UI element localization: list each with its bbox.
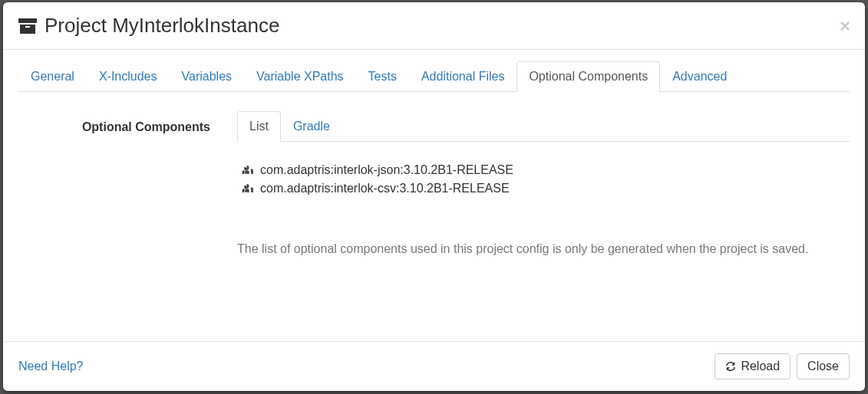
tab-advanced-label: Advanced	[660, 61, 739, 92]
close-icon[interactable]: ×	[837, 17, 853, 35]
component-list: com.adaptris:interlok-json:3.10.2B1-RELE…	[237, 142, 850, 198]
tab-content: Optional Components List Gradle com.adap…	[18, 92, 850, 258]
close-button[interactable]: Close	[797, 353, 850, 379]
close-button-label: Close	[807, 360, 839, 373]
sub-tab-gradle-label: Gradle	[281, 111, 342, 142]
footer-buttons: Reload Close	[715, 353, 850, 379]
sub-tabs: List Gradle	[237, 111, 850, 142]
tab-optional-components-label: Optional Components	[517, 61, 660, 92]
tab-optional-components[interactable]: Optional Components	[517, 61, 660, 92]
need-help-link[interactable]: Need Help?	[18, 360, 84, 373]
tab-additional-files-label: Additional Files	[409, 61, 517, 92]
section-body: List Gradle com.adaptris:interlok-json:3…	[237, 111, 850, 258]
tab-advanced[interactable]: Advanced	[660, 61, 739, 92]
tab-general-label: General	[18, 61, 87, 92]
tab-tests[interactable]: Tests	[356, 61, 409, 92]
tab-x-includes-label: X-Includes	[87, 61, 170, 92]
modal-footer: Need Help? Reload Close	[3, 341, 865, 391]
sub-tab-list[interactable]: List	[237, 111, 281, 142]
cubes-icon	[241, 165, 254, 176]
tab-variable-xpaths[interactable]: Variable XPaths	[244, 61, 356, 92]
tab-general[interactable]: General	[18, 61, 87, 92]
cubes-icon	[241, 183, 254, 194]
modal-body: General X-Includes Variables Variable XP…	[3, 50, 865, 341]
tab-additional-files[interactable]: Additional Files	[409, 61, 517, 92]
note-text: The list of optional components used in …	[237, 240, 850, 258]
component-text: com.adaptris:interlok-json:3.10.2B1-RELE…	[260, 161, 513, 179]
archive-icon	[18, 18, 37, 34]
modal-title: Project MyInterlokInstance	[18, 14, 279, 38]
tab-x-includes[interactable]: X-Includes	[87, 61, 170, 92]
sub-tab-gradle[interactable]: Gradle	[281, 111, 342, 142]
reload-button[interactable]: Reload	[715, 353, 790, 379]
section-heading: Optional Components	[18, 111, 222, 258]
component-text: com.adaptris:interlok-csv:3.10.2B1-RELEA…	[260, 179, 510, 198]
main-tabs: General X-Includes Variables Variable XP…	[18, 61, 850, 92]
project-modal: Project MyInterlokInstance × General X-I…	[3, 2, 865, 391]
modal-header: Project MyInterlokInstance ×	[3, 2, 865, 50]
sub-tab-list-label: List	[237, 111, 281, 142]
list-item: com.adaptris:interlok-json:3.10.2B1-RELE…	[241, 161, 850, 179]
tab-tests-label: Tests	[356, 61, 409, 92]
refresh-icon	[725, 361, 736, 372]
tab-variables[interactable]: Variables	[170, 61, 245, 92]
tab-variables-label: Variables	[170, 61, 245, 92]
modal-title-text: Project MyInterlokInstance	[45, 14, 279, 38]
tab-variable-xpaths-label: Variable XPaths	[244, 61, 356, 92]
list-item: com.adaptris:interlok-csv:3.10.2B1-RELEA…	[241, 179, 850, 198]
reload-button-label: Reload	[741, 360, 780, 373]
